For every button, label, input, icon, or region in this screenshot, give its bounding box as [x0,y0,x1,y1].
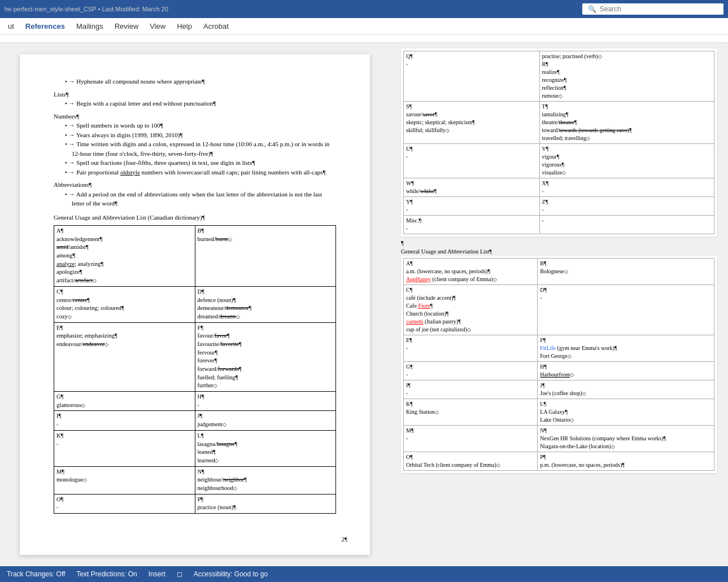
numbers-rule-1: • → Spell numbers in words up to 100¶ [65,121,336,130]
numbers-rule-4: • → Spell out fractions (four-fifths, th… [65,158,336,168]
table-cell: Q¶◦ [404,51,540,102]
table-cell: J¶judgement◇ [195,411,336,430]
table-cell: G¶◦ [404,362,538,380]
table-cell: F¶favour/favor¶ favourite/favorite¶ ferv… [195,322,336,392]
right-abbreviation-table-top: Q¶◦ practise; practised (verb)◇ R¶ reali… [403,51,714,234]
lists-rule: • → Begin with a capital letter and end … [65,99,336,108]
right-table-second: A¶a.m. (lowercase, no spaces, periods)¶ … [401,256,717,473]
numbers-rule-3: • → Time written with digits and a colon… [65,139,336,158]
search-box[interactable]: 🔍 [582,3,723,15]
table-cell: V¶vigour¶ vigorous¶ visualize◇ [539,144,714,178]
numbers-rule-5: • → Pair proportional oldstyle numbers w… [65,168,336,177]
right-panel[interactable]: Q¶◦ practise; practised (verb)◇ R¶ reali… [390,43,728,566]
ribbon [0,35,728,43]
menu-item-acrobat[interactable]: Acrobat [198,20,234,33]
table-cell: M¶monologue◇ [54,466,195,494]
left-page: • → Hyphenate all compound nouns where a… [0,54,390,555]
table-title-left: General Usage and Abbreviation List (Can… [54,213,336,222]
table-cell: I¶◦ [404,380,538,399]
numbers-rule-2: • → Years always in digits (1999, 1890, … [65,130,336,140]
table-row: A¶acknowledgement¶ amid/amidst¶ among¶ a… [54,226,336,287]
table-row: C¶café (include accent)¶ Cafe Fiore¶ Chu… [404,285,714,335]
table-row: Q¶◦ practise; practised (verb)◇ R¶ reali… [404,51,714,102]
table-row: G¶glamorous◇ H¶◦ [54,392,336,411]
table-row: K¶◦ L¶lasagna/lasagne¶ leaned¶ learned◇ [54,430,336,466]
table-cell: W¶while/whilst¶ [404,178,540,197]
menu-item-review[interactable]: Review [109,20,145,33]
table-row: G¶◦ H¶Harbourfront◇ [404,362,714,380]
table-cell: J¶Joe's (coffee shop)◇ [538,380,714,399]
table-cell: O¶Orbital Tech (client company of Emma)◇ [404,452,538,471]
table-cell: I¶◦ [54,411,195,430]
menu-item-references[interactable]: References [20,20,71,33]
table-cell: C¶café (include accent)¶ Cafe Fiore¶ Chu… [404,285,538,335]
title-filename: he-perfect-men_style-sheet_CSP • Last Mo… [5,6,582,12]
table-cell: K¶◦ [54,430,195,466]
table-cell: T¶tantalizing¶ theatre/theater¶ toward/t… [539,102,714,144]
table-cell: F¶FitLife (gym near Emma's work)¶ Fort G… [538,335,714,362]
table-cell: P¶practice (noun)¶ [195,494,336,513]
table-cell: A¶a.m. (lowercase, no spaces, periods)¶ … [404,259,538,285]
status-bar: Track Changes: Off Text Predictions: On … [0,566,728,582]
table-cell: A¶acknowledgement¶ amid/amidst¶ among¶ a… [54,226,195,287]
table-row: K¶King Station◇ L¶LA Galaxy¶ Lake Ontari… [404,399,714,426]
insert-mode: Insert [149,570,165,578]
table-cell: G¶glamorous◇ [54,392,195,411]
accessibility-status: Accessibility: Good to go [194,570,268,578]
main-area: • → Hyphenate all compound nouns where a… [0,43,728,566]
hyphenate-rule: • → Hyphenate all compound nouns where a… [65,77,336,86]
table-row: I¶◦ J¶Joe's (coffee shop)◇ [404,380,714,399]
abbreviations-rule: • → Add a period on the end of abbreviat… [65,190,336,208]
table-row: Misc.¶◦ ◦ [404,216,714,234]
table-cell: N¶NexGen HR Solutions (company where Emm… [538,426,714,452]
table-cell: N¶neighbour/neighbor¶ neighbourhood◇ [195,466,336,494]
table-cell: U¶◦ [404,144,540,178]
table-cell: D¶defence (noun)¶ demeanour/demeanor¶ dr… [195,286,336,322]
table-cell: Z¶◦ [539,197,714,216]
table-cell: E¶◦ [404,335,538,362]
page-number: 2¶ [342,535,347,544]
table-cell: H¶◦ [195,392,336,411]
menu-item-mailings[interactable]: Mailings [71,20,109,33]
page-content: • → Hyphenate all compound nouns where a… [54,77,336,514]
table-cell: ◦ [539,216,714,234]
table-row: W¶while/whilst¶ X¶◦ [404,178,714,197]
table-row: A¶a.m. (lowercase, no spaces, periods)¶ … [404,259,714,285]
table-row: E¶◦ F¶FitLife (gym near Emma's work)¶ Fo… [404,335,714,362]
table-cell: L¶lasagna/lasagne¶ leaned¶ learned◇ [195,430,336,466]
table-cell: E¶emphasize; emphasizing¶ endeavour/ende… [54,322,195,392]
table-row: Y¶◦ Z¶◦ [404,197,714,216]
second-table-title: General Usage and Abbreviation List¶ [401,248,717,255]
menu-item-ut[interactable]: ut [2,20,20,33]
table-cell: H¶Harbourfront◇ [538,362,714,380]
table-row: E¶emphasize; emphasizing¶ endeavour/ende… [54,322,336,392]
document-page: • → Hyphenate all compound nouns where a… [20,54,370,555]
text-predictions-status: Text Predictions: On [76,570,137,578]
table-cell: B¶Bolognese◇ [538,259,714,285]
table-cell: D¶◦ [538,285,714,335]
right-table-top: Q¶◦ practise; practised (verb)◇ R¶ reali… [401,49,717,237]
menu-bar: ut References Mailings Review View Help … [0,18,728,35]
table-row: M¶monologue◇ N¶neighbour/neighbor¶ neigh… [54,466,336,494]
table-row: O¶Orbital Tech (client company of Emma)◇… [404,452,714,471]
table-row: U¶◦ V¶vigour¶ vigorous¶ visualize◇ [404,144,714,178]
menu-item-help[interactable]: Help [171,20,198,33]
search-icon: 🔍 [588,5,596,13]
table-cell: Y¶◦ [404,197,540,216]
table-cell: Misc.¶◦ [404,216,540,234]
table-row: M¶◦ N¶NexGen HR Solutions (company where… [404,426,714,452]
search-input[interactable] [600,5,713,13]
table-cell: C¶centre/center¶ colour; colouring; colo… [54,286,195,322]
table-row: S¶savour/saver¶ skeptic; skeptical; skep… [404,102,714,144]
menu-item-view[interactable]: View [144,20,171,33]
table-cell: practise; practised (verb)◇ R¶ realize¶ … [539,51,714,102]
table-cell: L¶LA Galaxy¶ Lake Ontario◇ [538,399,714,426]
table-row: I¶◦ J¶judgement◇ [54,411,336,430]
table-cell: S¶savour/saver¶ skeptic; skeptical; skep… [404,102,540,144]
table-row: O¶◦ P¶practice (noun)¶ [54,494,336,513]
table-cell: M¶◦ [404,426,538,452]
table-cell: K¶King Station◇ [404,399,538,426]
table-cell: P¶p.m. (lowercase, no spaces, periods)¶ [538,452,714,471]
table-cell: B¶burned/burnt◇ [195,226,336,287]
table-cell: X¶◦ [539,178,714,197]
